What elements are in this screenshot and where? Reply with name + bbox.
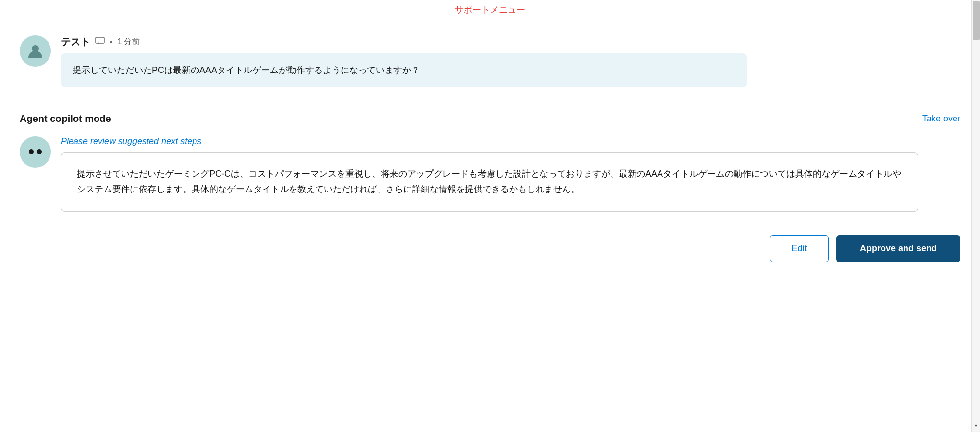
agent-copilot-header: Agent copilot mode Take over (20, 113, 960, 124)
message-text: 提示していただいたPCは最新のAAAタイトルゲームが動作するようになっていますか… (73, 63, 735, 77)
bot-dot-right (37, 149, 42, 154)
agent-copilot-title: Agent copilot mode (20, 113, 111, 124)
message-header: テスト • 1 分前 (61, 35, 960, 48)
message-bubble: 提示していただいたPCは最新のAAAタイトルゲームが動作するようになっていますか… (61, 53, 747, 87)
message-time: 1 分前 (118, 37, 140, 47)
user-avatar (20, 35, 51, 67)
action-buttons-container: Edit Approve and send (0, 223, 980, 278)
edit-button[interactable]: Edit (770, 235, 829, 262)
review-prompt-text: Please review suggested next steps (61, 136, 960, 146)
main-container: サポートメニュー テスト • 1 分前 提示していた (0, 0, 980, 432)
agent-content: Please review suggested next steps 提示させて… (61, 136, 960, 212)
separator-dot: • (110, 38, 113, 47)
approve-and-send-button[interactable]: Approve and send (836, 235, 960, 262)
scrollbar-track (972, 0, 980, 432)
user-message-section: テスト • 1 分前 提示していただいたPCは最新のAAAタイトルゲームが動作す… (0, 24, 980, 99)
agent-copilot-section: Agent copilot mode Take over Please revi… (0, 99, 980, 223)
scrollbar-thumb[interactable] (973, 1, 980, 40)
scrollbar[interactable]: ▾ (971, 0, 980, 432)
suggested-response-text: 提示させていただいたゲーミングPC-Cは、コストパフォーマンスを重視し、将来のア… (77, 167, 902, 197)
svg-rect-1 (96, 37, 104, 43)
svg-point-0 (32, 45, 39, 52)
top-red-text: サポートメニュー (0, 0, 980, 24)
message-author: テスト (61, 35, 90, 48)
comment-icon (95, 37, 105, 48)
agent-message-section: Please review suggested next steps 提示させて… (20, 136, 960, 212)
message-content: テスト • 1 分前 提示していただいたPCは最新のAAAタイトルゲームが動作す… (61, 35, 960, 87)
bot-dot-left (29, 149, 34, 154)
suggested-response-box: 提示させていただいたゲーミングPC-Cは、コストパフォーマンスを重視し、将来のア… (61, 152, 918, 212)
person-icon (27, 43, 43, 59)
scrollbar-down-arrow[interactable]: ▾ (972, 418, 980, 432)
take-over-link[interactable]: Take over (922, 114, 960, 124)
bot-avatar (20, 136, 51, 168)
